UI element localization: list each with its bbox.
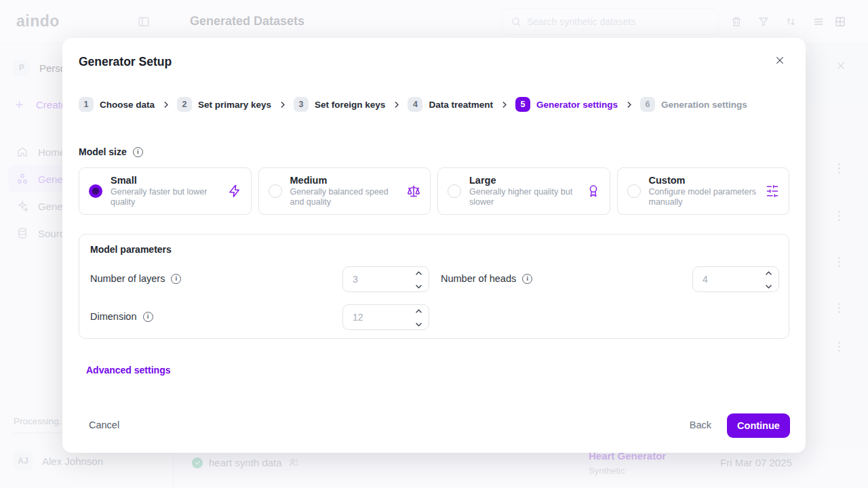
dimension-input[interactable]: 12 [342, 304, 429, 330]
option-description: Configure model parameters manually [649, 187, 761, 208]
lightning-icon [228, 184, 241, 198]
back-button[interactable]: Back [690, 420, 711, 430]
step-label: Generation settings [661, 100, 747, 110]
decrement-icon[interactable] [415, 322, 422, 327]
step-choose-data[interactable]: 1 Choose data [79, 97, 155, 112]
option-title: Medium [290, 175, 402, 186]
step-number-badge: 6 [640, 97, 655, 112]
option-description: Generally higher quality but slower [469, 187, 581, 208]
model-size-option-large[interactable]: Large Generally higher quality but slowe… [437, 167, 610, 215]
step-set-primary-keys[interactable]: 2 Set primary keys [177, 97, 271, 112]
step-label: Choose data [100, 100, 155, 110]
info-icon[interactable]: i [133, 147, 143, 157]
step-label: Data treatment [429, 100, 493, 110]
step-number-badge: 3 [294, 97, 309, 112]
step-label: Set foreign keys [315, 100, 385, 110]
step-data-treatment[interactable]: 4 Data treatment [408, 97, 493, 112]
continue-button[interactable]: Continue [727, 413, 790, 438]
step-number-badge: 1 [79, 97, 94, 112]
step-label: Generator settings [536, 100, 618, 110]
step-number-badge: 5 [515, 97, 530, 112]
dimension-label: Dimension i [90, 311, 153, 322]
option-title: Small [111, 175, 222, 186]
model-size-option-small[interactable]: Small Generally faster but lower quality [79, 167, 252, 215]
number-of-layers-input[interactable]: 3 [342, 266, 429, 292]
radio-unselected[interactable] [627, 184, 641, 198]
chevron-right-icon [500, 100, 509, 109]
decrement-icon[interactable] [415, 284, 422, 289]
chevron-right-icon [625, 100, 633, 109]
step-number-badge: 2 [177, 97, 192, 112]
model-size-option-custom[interactable]: Custom Configure model parameters manual… [617, 167, 790, 215]
option-title: Custom [649, 175, 761, 186]
scales-icon [407, 184, 420, 198]
generator-setup-modal: Generator Setup 1 Choose data 2 Set prim… [62, 38, 806, 453]
radio-selected[interactable] [89, 184, 102, 198]
close-icon[interactable] [774, 55, 785, 66]
model-size-label: Model size i [79, 146, 143, 157]
decrement-icon[interactable] [765, 284, 772, 289]
modal-title: Generator Setup [79, 55, 172, 69]
model-parameters-panel: Model parameters Number of layers i 3 Nu… [79, 234, 789, 339]
increment-icon[interactable] [765, 271, 772, 276]
cancel-button[interactable]: Cancel [89, 420, 119, 430]
radio-unselected[interactable] [448, 184, 461, 198]
input-value: 12 [353, 312, 363, 323]
step-generator-settings[interactable]: 5 Generator settings [515, 97, 618, 112]
option-description: Generally balanced speed and quality [290, 187, 402, 208]
number-of-heads-label: Number of heads i [441, 273, 532, 284]
info-icon[interactable]: i [171, 274, 181, 284]
increment-icon[interactable] [415, 309, 422, 314]
step-label: Set primary keys [198, 100, 271, 110]
advanced-settings-link[interactable]: Advanced settings [86, 365, 170, 375]
number-of-heads-input[interactable]: 4 [692, 266, 779, 292]
input-value: 3 [353, 274, 358, 285]
chevron-right-icon [392, 100, 401, 109]
increment-icon[interactable] [415, 271, 422, 276]
app-screen: aindo Generated Datasets P Personal Crea… [0, 0, 868, 488]
info-icon[interactable]: i [143, 312, 153, 322]
setup-stepper: 1 Choose data 2 Set primary keys 3 Set f… [79, 97, 747, 112]
info-icon[interactable]: i [522, 274, 532, 284]
model-size-options: Small Generally faster but lower quality… [79, 167, 789, 215]
option-description: Generally faster but lower quality [111, 187, 222, 208]
step-set-foreign-keys[interactable]: 3 Set foreign keys [294, 97, 385, 112]
model-size-option-medium[interactable]: Medium Generally balanced speed and qual… [258, 167, 431, 215]
sliders-icon [766, 184, 779, 198]
step-number-badge: 4 [408, 97, 422, 112]
number-of-layers-label: Number of layers i [90, 273, 181, 284]
step-generation-settings[interactable]: 6 Generation settings [640, 97, 747, 112]
medal-icon [587, 184, 600, 198]
input-value: 4 [703, 274, 708, 285]
chevron-right-icon [278, 100, 287, 109]
radio-unselected[interactable] [269, 184, 282, 198]
option-title: Large [469, 175, 581, 186]
model-parameters-heading: Model parameters [90, 244, 172, 255]
chevron-right-icon [161, 100, 170, 109]
